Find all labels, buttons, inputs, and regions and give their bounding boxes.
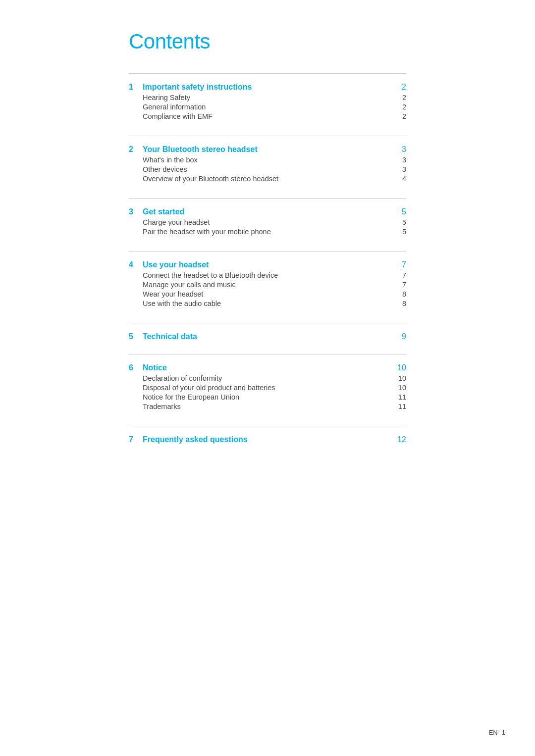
footer: EN 1 <box>489 729 505 736</box>
toc-sub-row-3-1[interactable]: Pair the headset with your mobile phone5 <box>129 228 406 236</box>
toc-title-1: Important safety instructions <box>143 83 396 92</box>
toc-main-row-2[interactable]: 2Your Bluetooth stereo headset3 <box>129 145 406 154</box>
toc-main-row-5[interactable]: 5Technical data9 <box>129 332 406 341</box>
toc-sub-row-3-0[interactable]: Charge your headset5 <box>129 218 406 226</box>
toc-title-6: Notice <box>143 363 396 372</box>
toc-sub-row-2-0[interactable]: What's in the box3 <box>129 156 406 164</box>
toc-section-4: 4Use your headset7Connect the headset to… <box>129 251 406 323</box>
toc-main-row-1[interactable]: 1Important safety instructions2 <box>129 83 406 92</box>
footer-page: 1 <box>502 729 505 736</box>
footer-lang: EN <box>489 729 498 736</box>
toc-sub-title-4-0: Connect the headset to a Bluetooth devic… <box>143 271 396 279</box>
toc-number-1: 1 <box>129 83 143 92</box>
toc-sub-row-4-0[interactable]: Connect the headset to a Bluetooth devic… <box>129 271 406 279</box>
toc-sub-page-1-1: 2 <box>396 103 406 111</box>
toc-section-2: 2Your Bluetooth stereo headset3What's in… <box>129 136 406 198</box>
toc-sub-page-1-0: 2 <box>396 94 406 101</box>
toc-number-6: 6 <box>129 363 143 372</box>
toc-sub-title-3-0: Charge your headset <box>143 218 396 226</box>
toc-page-7: 12 <box>396 435 406 444</box>
toc-sub-title-2-0: What's in the box <box>143 156 396 164</box>
toc-sub-title-6-1: Disposal of your old product and batteri… <box>143 384 396 392</box>
toc-sub-page-6-1: 10 <box>396 384 406 392</box>
toc-sub-row-1-0[interactable]: Hearing Safety2 <box>129 94 406 101</box>
toc-title-4: Use your headset <box>143 260 396 269</box>
toc-sub-page-4-0: 7 <box>396 271 406 279</box>
toc-sub-page-4-3: 8 <box>396 300 406 307</box>
toc-page-2: 3 <box>396 145 406 154</box>
toc-main-row-3[interactable]: 3Get started5 <box>129 207 406 216</box>
toc-sub-page-4-1: 7 <box>396 281 406 289</box>
toc-page-5: 9 <box>396 332 406 341</box>
toc-sub-title-2-1: Other devices <box>143 165 396 173</box>
toc-sub-page-1-2: 2 <box>396 112 406 120</box>
toc-number-4: 4 <box>129 260 143 269</box>
toc-sub-page-2-2: 4 <box>396 175 406 183</box>
toc-section-5: 5Technical data9 <box>129 323 406 354</box>
toc-sub-page-4-2: 8 <box>396 290 406 298</box>
toc-sub-row-2-2[interactable]: Overview of your Bluetooth stereo headse… <box>129 175 406 183</box>
toc-main-row-4[interactable]: 4Use your headset7 <box>129 260 406 269</box>
toc-sub-row-2-1[interactable]: Other devices3 <box>129 165 406 173</box>
toc-number-2: 2 <box>129 145 143 154</box>
toc-section-1: 1Important safety instructions2Hearing S… <box>129 73 406 136</box>
toc-sub-row-1-2[interactable]: Compliance with EMF2 <box>129 112 406 120</box>
toc-sub-page-2-1: 3 <box>396 165 406 173</box>
toc-list: 1Important safety instructions2Hearing S… <box>129 73 406 457</box>
toc-sub-title-1-1: General information <box>143 103 396 111</box>
toc-sub-row-1-1[interactable]: General information2 <box>129 103 406 111</box>
toc-page-6: 10 <box>396 363 406 372</box>
toc-section-6: 6Notice10Declaration of conformity10Disp… <box>129 354 406 426</box>
toc-title-7: Frequently asked questions <box>143 435 396 444</box>
toc-sub-title-1-0: Hearing Safety <box>143 94 396 101</box>
toc-sub-page-6-3: 11 <box>396 403 406 410</box>
toc-sub-row-6-2[interactable]: Notice for the European Union11 <box>129 393 406 401</box>
toc-page-3: 5 <box>396 207 406 216</box>
toc-number-5: 5 <box>129 332 143 341</box>
toc-sub-title-4-1: Manage your calls and music <box>143 281 396 289</box>
toc-title-5: Technical data <box>143 332 396 341</box>
toc-sub-title-4-3: Use with the audio cable <box>143 300 396 307</box>
toc-sub-title-6-2: Notice for the European Union <box>143 393 396 401</box>
toc-sub-row-4-2[interactable]: Wear your headset8 <box>129 290 406 298</box>
toc-sub-row-4-1[interactable]: Manage your calls and music7 <box>129 281 406 289</box>
toc-number-3: 3 <box>129 207 143 216</box>
toc-sub-row-6-0[interactable]: Declaration of conformity10 <box>129 374 406 382</box>
toc-main-row-7[interactable]: 7Frequently asked questions12 <box>129 435 406 444</box>
toc-sub-page-6-0: 10 <box>396 374 406 382</box>
toc-sub-row-4-3[interactable]: Use with the audio cable8 <box>129 300 406 307</box>
page-title: Contents <box>129 30 406 53</box>
toc-page-1: 2 <box>396 83 406 92</box>
toc-title-3: Get started <box>143 207 396 216</box>
toc-sub-page-2-0: 3 <box>396 156 406 164</box>
toc-sub-title-4-2: Wear your headset <box>143 290 396 298</box>
toc-section-7: 7Frequently asked questions12 <box>129 426 406 457</box>
toc-sub-title-6-3: Trademarks <box>143 403 396 410</box>
toc-sub-title-1-2: Compliance with EMF <box>143 112 396 120</box>
toc-sub-page-3-1: 5 <box>396 228 406 236</box>
toc-sub-title-2-2: Overview of your Bluetooth stereo headse… <box>143 175 396 183</box>
toc-number-7: 7 <box>129 435 143 444</box>
toc-sub-row-6-3[interactable]: Trademarks11 <box>129 403 406 410</box>
toc-section-3: 3Get started5Charge your headset5Pair th… <box>129 198 406 251</box>
toc-sub-title-3-1: Pair the headset with your mobile phone <box>143 228 396 236</box>
toc-sub-title-6-0: Declaration of conformity <box>143 374 396 382</box>
toc-sub-page-3-0: 5 <box>396 218 406 226</box>
toc-main-row-6[interactable]: 6Notice10 <box>129 363 406 372</box>
toc-sub-page-6-2: 11 <box>396 393 406 401</box>
toc-sub-row-6-1[interactable]: Disposal of your old product and batteri… <box>129 384 406 392</box>
toc-title-2: Your Bluetooth stereo headset <box>143 145 396 154</box>
toc-page-4: 7 <box>396 260 406 269</box>
page-container: Contents 1Important safety instructions2… <box>129 0 406 497</box>
